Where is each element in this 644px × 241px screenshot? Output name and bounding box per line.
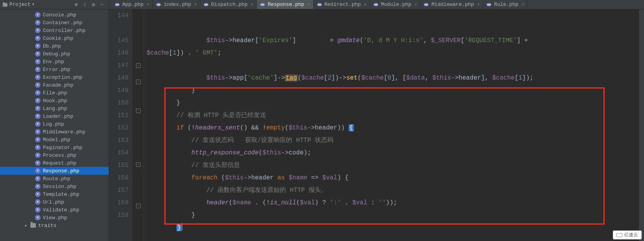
php-file-icon: P bbox=[35, 12, 41, 18]
file-model-php[interactable]: PModel.php bbox=[0, 136, 109, 144]
file-label: Debug.php bbox=[43, 51, 70, 57]
locate-icon[interactable]: ⊕ bbox=[72, 2, 81, 8]
fold-toggle-icon[interactable]: – bbox=[136, 204, 141, 208]
code-area[interactable]: $this->header['Expires'] = gmdate('D, d … bbox=[144, 9, 639, 241]
file-paginator-php[interactable]: PPaginator.php bbox=[0, 144, 109, 151]
file-middleware-php[interactable]: PMiddleware.php bbox=[0, 128, 109, 136]
close-icon[interactable]: × bbox=[147, 2, 150, 7]
file-db-php[interactable]: PDb.php bbox=[0, 42, 109, 50]
file-process-php[interactable]: PProcess.php bbox=[0, 151, 109, 159]
php-file-icon: P bbox=[35, 160, 41, 166]
fold-toggle-icon[interactable]: – bbox=[136, 63, 141, 68]
code-line[interactable]: header($name . (!is_null($val) ? ':' . $… bbox=[144, 197, 639, 209]
line-number: 151 bbox=[109, 109, 129, 122]
fold-toggle-icon[interactable]: – bbox=[136, 80, 141, 84]
file-session-php[interactable]: PSession.php bbox=[0, 183, 109, 190]
file-label: Loader.php bbox=[43, 113, 73, 119]
file-log-php[interactable]: PLog.php bbox=[0, 120, 109, 128]
file-env-php[interactable]: PEnv.php bbox=[0, 58, 109, 66]
project-sidebar[interactable]: PConsole.phpPContainer.phpPController.ph… bbox=[0, 9, 109, 241]
php-file-icon: PHP bbox=[260, 2, 265, 7]
collapse-icon[interactable]: ↕ bbox=[81, 2, 89, 7]
tab-middleware-php[interactable]: PHPMiddleware.php× bbox=[420, 0, 483, 9]
code-line[interactable]: // 函数向客户端发送原始的 HTTP 报头。 bbox=[144, 184, 639, 197]
tab-app-php[interactable]: PHPApp.php× bbox=[111, 0, 153, 9]
file-file-php[interactable]: PFile.php bbox=[0, 89, 109, 97]
code-line[interactable]: // 发送状态码 获取/设置响应的 HTTP 状态码 bbox=[144, 134, 639, 147]
close-icon[interactable]: × bbox=[364, 2, 367, 7]
file-facade-php[interactable]: PFacade.php bbox=[0, 81, 109, 89]
file-cookie-php[interactable]: PCookie.php bbox=[0, 34, 109, 42]
file-exception-php[interactable]: PException.php bbox=[0, 73, 109, 81]
gear-icon[interactable]: ⚙ bbox=[89, 2, 98, 8]
close-icon[interactable]: × bbox=[415, 2, 417, 7]
file-debug-php[interactable]: PDebug.php bbox=[0, 50, 109, 58]
chevron-right-icon: ▶ bbox=[24, 223, 28, 228]
folder-label: traits bbox=[38, 223, 56, 229]
tab-module-php[interactable]: PHPModule.php× bbox=[370, 0, 421, 9]
project-tool-window-header[interactable]: Project ▼ ⊕ ↕ ⚙ — bbox=[0, 0, 109, 9]
file-error-php[interactable]: PError.php bbox=[0, 66, 109, 73]
hide-tool-window-icon[interactable]: — bbox=[98, 2, 106, 7]
code-line[interactable] bbox=[144, 234, 639, 241]
file-view-php[interactable]: PView.php bbox=[0, 214, 109, 222]
code-editor[interactable]: 1441451461471481491501511521531541551561… bbox=[109, 9, 644, 241]
file-template-php[interactable]: PTemplate.php bbox=[0, 190, 109, 198]
file-lang-php[interactable]: PLang.php bbox=[0, 105, 109, 112]
watermark-text: 亿速云 bbox=[624, 232, 638, 238]
file-validate-php[interactable]: PValidate.php bbox=[0, 206, 109, 214]
tab-label: Response.php bbox=[268, 2, 304, 7]
code-line[interactable]: } bbox=[144, 84, 639, 97]
fold-column[interactable]: ––––– bbox=[132, 9, 144, 241]
code-line[interactable]: http_response_code($this->code); bbox=[144, 147, 639, 159]
code-line[interactable]: $this->app['cache']->tag($cache[2])->set… bbox=[144, 72, 639, 84]
code-line[interactable]: } bbox=[144, 209, 639, 222]
file-url-php[interactable]: PUrl.php bbox=[0, 198, 109, 206]
tab-response-php[interactable]: PHPResponse.php× bbox=[257, 0, 313, 9]
tab-label: index.php bbox=[164, 2, 191, 7]
code-line[interactable]: // 检测 HTTP 头是否已经发送 bbox=[144, 109, 639, 122]
php-file-icon: PHP bbox=[373, 2, 379, 7]
tab-index-php[interactable]: PHPindex.php× bbox=[153, 0, 200, 9]
folder-traits[interactable]: ▶traits bbox=[0, 222, 109, 229]
file-label: Session.php bbox=[43, 184, 76, 190]
code-line[interactable]: $this->header['Expires'] = gmdate('D, d … bbox=[144, 34, 639, 47]
file-route-php[interactable]: PRoute.php bbox=[0, 175, 109, 183]
code-line[interactable]: } bbox=[144, 97, 639, 109]
file-container-php[interactable]: PContainer.php bbox=[0, 19, 109, 27]
code-line[interactable]: // 发送头部信息 bbox=[144, 159, 639, 172]
tab-rule-php[interactable]: PHPRule.php× bbox=[483, 0, 528, 9]
code-line[interactable]: foreach ($this->header as $name => $val)… bbox=[144, 172, 639, 184]
code-line[interactable]: $cache[1]) . ' GMT'; bbox=[144, 47, 639, 59]
fold-toggle-icon[interactable]: – bbox=[136, 162, 141, 167]
fold-toggle-icon[interactable]: – bbox=[136, 108, 141, 113]
close-icon[interactable]: × bbox=[194, 2, 197, 7]
code-line[interactable]: if (!headers_sent() && !empty($this->hea… bbox=[144, 122, 639, 134]
code-line[interactable]: } bbox=[144, 222, 639, 234]
file-request-php[interactable]: PRequest.php bbox=[0, 159, 109, 167]
line-number: 155 bbox=[109, 159, 129, 172]
tab-redirect-php[interactable]: PHPRedirect.php× bbox=[314, 0, 370, 9]
close-icon[interactable]: × bbox=[307, 2, 310, 7]
php-file-icon: PHP bbox=[203, 2, 209, 7]
file-loader-php[interactable]: PLoader.php bbox=[0, 112, 109, 120]
file-label: Paginator.php bbox=[43, 145, 82, 151]
file-controller-php[interactable]: PController.php bbox=[0, 27, 109, 34]
code-line[interactable] bbox=[144, 59, 639, 72]
close-icon[interactable]: × bbox=[477, 2, 480, 7]
file-tree[interactable]: PConsole.phpPContainer.phpPController.ph… bbox=[0, 9, 109, 231]
line-number: 157 bbox=[109, 184, 129, 197]
file-response-php[interactable]: PResponse.php bbox=[0, 167, 109, 175]
tab-label: App.php bbox=[122, 2, 144, 7]
file-label: Controller.php bbox=[43, 28, 85, 34]
file-hook-php[interactable]: PHook.php bbox=[0, 97, 109, 105]
editor-scrollbar[interactable] bbox=[639, 9, 644, 241]
file-label: Hook.php bbox=[43, 98, 67, 104]
svg-text:PHP: PHP bbox=[157, 4, 161, 6]
php-file-icon: PHP bbox=[423, 2, 429, 7]
php-file-icon: P bbox=[35, 137, 41, 142]
close-icon[interactable]: × bbox=[251, 2, 254, 7]
close-icon[interactable]: × bbox=[522, 2, 524, 7]
tab-dispatch-php[interactable]: PHPDispatch.php× bbox=[200, 0, 257, 9]
file-console-php[interactable]: PConsole.php bbox=[0, 11, 109, 19]
